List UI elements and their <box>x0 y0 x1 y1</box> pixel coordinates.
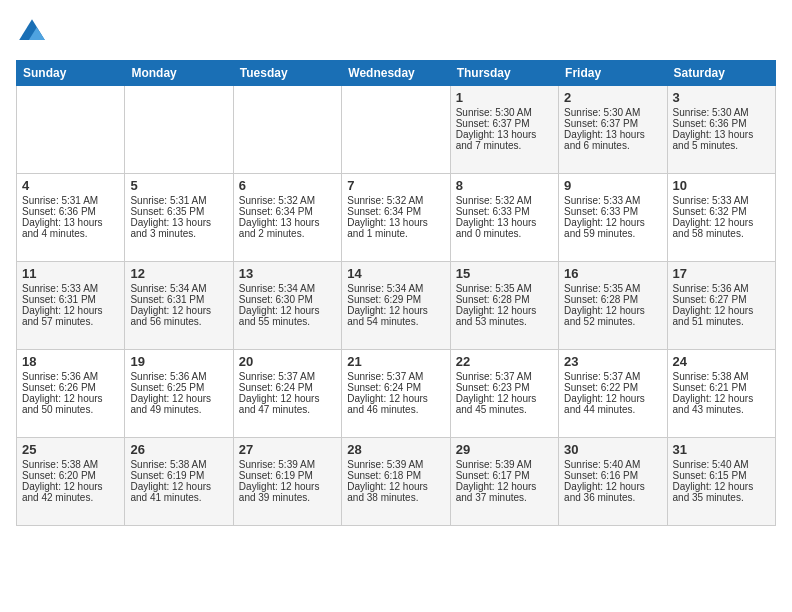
cell-content: and 36 minutes. <box>564 492 661 503</box>
cell-content: Daylight: 12 hours <box>239 305 336 316</box>
cell-content: Daylight: 13 hours <box>673 129 770 140</box>
cell-content: Daylight: 12 hours <box>239 481 336 492</box>
cell-content: Sunset: 6:33 PM <box>564 206 661 217</box>
calendar-cell: 19Sunrise: 5:36 AMSunset: 6:25 PMDayligh… <box>125 350 233 438</box>
day-number: 8 <box>456 178 553 193</box>
day-number: 20 <box>239 354 336 369</box>
cell-content: and 35 minutes. <box>673 492 770 503</box>
cell-content: Sunset: 6:28 PM <box>564 294 661 305</box>
cell-content: Sunset: 6:19 PM <box>130 470 227 481</box>
cell-content: Sunset: 6:34 PM <box>239 206 336 217</box>
cell-content: Daylight: 13 hours <box>456 217 553 228</box>
cell-content: Daylight: 12 hours <box>564 481 661 492</box>
cell-content: Sunrise: 5:37 AM <box>564 371 661 382</box>
day-number: 11 <box>22 266 119 281</box>
calendar-cell: 2Sunrise: 5:30 AMSunset: 6:37 PMDaylight… <box>559 86 667 174</box>
cell-content: Daylight: 12 hours <box>22 481 119 492</box>
cell-content: and 6 minutes. <box>564 140 661 151</box>
cell-content: and 0 minutes. <box>456 228 553 239</box>
cell-content: Sunrise: 5:39 AM <box>239 459 336 470</box>
cell-content: Sunset: 6:24 PM <box>239 382 336 393</box>
cell-content: Sunrise: 5:38 AM <box>130 459 227 470</box>
day-number: 18 <box>22 354 119 369</box>
cell-content: Daylight: 13 hours <box>564 129 661 140</box>
cell-content: and 39 minutes. <box>239 492 336 503</box>
cell-content: Sunset: 6:18 PM <box>347 470 444 481</box>
day-header-saturday: Saturday <box>667 61 775 86</box>
cell-content: Sunrise: 5:32 AM <box>347 195 444 206</box>
day-header-friday: Friday <box>559 61 667 86</box>
day-number: 22 <box>456 354 553 369</box>
cell-content: Sunset: 6:16 PM <box>564 470 661 481</box>
cell-content: and 49 minutes. <box>130 404 227 415</box>
cell-content: Sunset: 6:36 PM <box>673 118 770 129</box>
logo <box>16 16 52 48</box>
cell-content: and 55 minutes. <box>239 316 336 327</box>
day-number: 25 <box>22 442 119 457</box>
cell-content: Sunrise: 5:37 AM <box>239 371 336 382</box>
cell-content: Sunrise: 5:33 AM <box>673 195 770 206</box>
day-number: 10 <box>673 178 770 193</box>
calendar-cell: 3Sunrise: 5:30 AMSunset: 6:36 PMDaylight… <box>667 86 775 174</box>
day-number: 2 <box>564 90 661 105</box>
calendar-cell: 29Sunrise: 5:39 AMSunset: 6:17 PMDayligh… <box>450 438 558 526</box>
cell-content: Sunset: 6:30 PM <box>239 294 336 305</box>
cell-content: and 53 minutes. <box>456 316 553 327</box>
cell-content: Sunset: 6:23 PM <box>456 382 553 393</box>
cell-content: and 46 minutes. <box>347 404 444 415</box>
cell-content: and 37 minutes. <box>456 492 553 503</box>
cell-content: Sunrise: 5:30 AM <box>673 107 770 118</box>
week-row-1: 1Sunrise: 5:30 AMSunset: 6:37 PMDaylight… <box>17 86 776 174</box>
cell-content: Daylight: 13 hours <box>347 217 444 228</box>
cell-content: Sunset: 6:37 PM <box>456 118 553 129</box>
day-number: 7 <box>347 178 444 193</box>
cell-content: Daylight: 12 hours <box>673 217 770 228</box>
cell-content: Daylight: 12 hours <box>456 393 553 404</box>
cell-content: and 56 minutes. <box>130 316 227 327</box>
cell-content: Sunset: 6:24 PM <box>347 382 444 393</box>
cell-content: Sunrise: 5:32 AM <box>239 195 336 206</box>
cell-content: Daylight: 12 hours <box>564 393 661 404</box>
cell-content: and 7 minutes. <box>456 140 553 151</box>
day-number: 14 <box>347 266 444 281</box>
cell-content: Sunrise: 5:31 AM <box>130 195 227 206</box>
day-number: 19 <box>130 354 227 369</box>
cell-content: Sunrise: 5:40 AM <box>673 459 770 470</box>
cell-content: Sunrise: 5:30 AM <box>456 107 553 118</box>
calendar-cell: 11Sunrise: 5:33 AMSunset: 6:31 PMDayligh… <box>17 262 125 350</box>
day-number: 15 <box>456 266 553 281</box>
cell-content: Sunset: 6:21 PM <box>673 382 770 393</box>
cell-content: Daylight: 12 hours <box>130 305 227 316</box>
cell-content: and 47 minutes. <box>239 404 336 415</box>
day-number: 3 <box>673 90 770 105</box>
cell-content: Sunset: 6:35 PM <box>130 206 227 217</box>
day-number: 12 <box>130 266 227 281</box>
calendar-cell: 12Sunrise: 5:34 AMSunset: 6:31 PMDayligh… <box>125 262 233 350</box>
day-number: 27 <box>239 442 336 457</box>
cell-content: Sunset: 6:27 PM <box>673 294 770 305</box>
cell-content: Sunset: 6:31 PM <box>130 294 227 305</box>
cell-content: Sunset: 6:28 PM <box>456 294 553 305</box>
calendar-cell: 22Sunrise: 5:37 AMSunset: 6:23 PMDayligh… <box>450 350 558 438</box>
calendar-cell: 26Sunrise: 5:38 AMSunset: 6:19 PMDayligh… <box>125 438 233 526</box>
day-header-thursday: Thursday <box>450 61 558 86</box>
calendar-cell: 13Sunrise: 5:34 AMSunset: 6:30 PMDayligh… <box>233 262 341 350</box>
calendar-cell <box>125 86 233 174</box>
cell-content: Sunset: 6:19 PM <box>239 470 336 481</box>
cell-content: and 50 minutes. <box>22 404 119 415</box>
calendar-cell <box>342 86 450 174</box>
cell-content: Sunrise: 5:34 AM <box>239 283 336 294</box>
calendar-body: 1Sunrise: 5:30 AMSunset: 6:37 PMDaylight… <box>17 86 776 526</box>
calendar-cell: 28Sunrise: 5:39 AMSunset: 6:18 PMDayligh… <box>342 438 450 526</box>
calendar-cell: 15Sunrise: 5:35 AMSunset: 6:28 PMDayligh… <box>450 262 558 350</box>
calendar-cell: 9Sunrise: 5:33 AMSunset: 6:33 PMDaylight… <box>559 174 667 262</box>
calendar-cell: 16Sunrise: 5:35 AMSunset: 6:28 PMDayligh… <box>559 262 667 350</box>
day-number: 21 <box>347 354 444 369</box>
cell-content: Sunrise: 5:36 AM <box>673 283 770 294</box>
week-row-3: 11Sunrise: 5:33 AMSunset: 6:31 PMDayligh… <box>17 262 776 350</box>
day-number: 5 <box>130 178 227 193</box>
calendar-cell: 30Sunrise: 5:40 AMSunset: 6:16 PMDayligh… <box>559 438 667 526</box>
calendar-cell <box>233 86 341 174</box>
cell-content: Daylight: 12 hours <box>564 305 661 316</box>
logo-icon <box>16 16 48 48</box>
